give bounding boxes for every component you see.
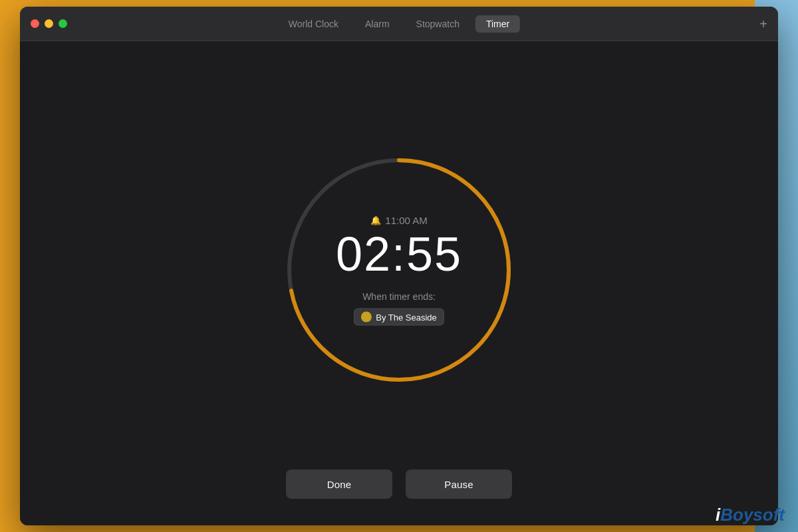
add-button[interactable]: + (759, 17, 767, 31)
bell-icon: 🔔 (370, 215, 381, 225)
tab-world-clock[interactable]: World Clock (278, 15, 349, 33)
nav-tabs: World Clock Alarm Stopwatch Timer (278, 15, 520, 33)
pause-button[interactable]: Pause (406, 469, 512, 499)
minimize-button[interactable] (45, 19, 53, 28)
titlebar: World Clock Alarm Stopwatch Timer + (20, 7, 778, 41)
app-window: World Clock Alarm Stopwatch Timer + 🔔 11… (20, 7, 778, 525)
buttons-row: Done Pause (286, 469, 512, 499)
timer-ends-label: When timer ends: (336, 291, 462, 302)
traffic-lights (20, 19, 67, 28)
timer-container: 🔔 11:00 AM 02:55 When timer ends: By The… (279, 150, 519, 390)
tab-alarm[interactable]: Alarm (354, 15, 400, 33)
close-button[interactable] (31, 19, 39, 28)
timer-inner: 🔔 11:00 AM 02:55 When timer ends: By The… (336, 215, 462, 326)
done-button[interactable]: Done (286, 469, 392, 499)
sound-icon (361, 312, 372, 323)
sound-name: By The Seaside (376, 312, 437, 322)
timer-alarm-label: 🔔 11:00 AM (336, 215, 462, 226)
alarm-time: 11:00 AM (385, 215, 427, 226)
timer-display: 02:55 (336, 230, 462, 278)
tab-stopwatch[interactable]: Stopwatch (406, 15, 470, 33)
timer-sound-badge[interactable]: By The Seaside (354, 309, 444, 326)
main-content: 🔔 11:00 AM 02:55 When timer ends: By The… (20, 41, 778, 525)
tab-timer[interactable]: Timer (475, 15, 520, 33)
maximize-button[interactable] (59, 19, 67, 28)
